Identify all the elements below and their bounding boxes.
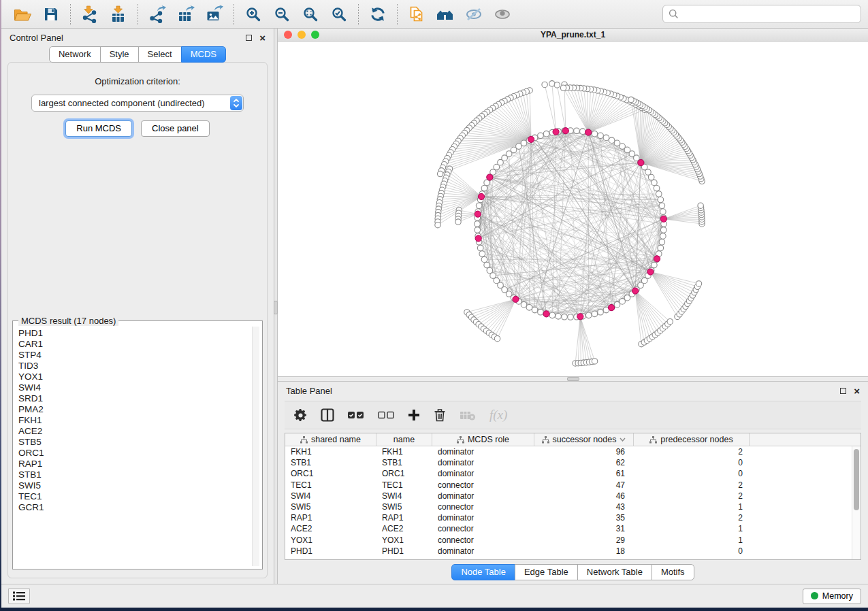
list-item[interactable]: STP4 xyxy=(18,350,248,361)
eye-slash-icon xyxy=(465,6,483,22)
float-panel-icon[interactable] xyxy=(246,35,252,41)
float-panel-icon[interactable] xyxy=(840,388,846,394)
namespace-icon xyxy=(300,436,308,444)
add-column-button[interactable] xyxy=(408,409,420,421)
table-settings-button[interactable] xyxy=(294,409,307,422)
open-file-button[interactable] xyxy=(8,2,37,27)
import-table-button[interactable] xyxy=(104,2,133,27)
table-cell: RAP1 xyxy=(285,513,376,523)
column-header-predecessor-nodes[interactable]: predecessor nodes xyxy=(634,433,750,446)
table-cell: 46 xyxy=(534,491,634,501)
list-item[interactable]: TID3 xyxy=(18,361,248,371)
export-image-button[interactable] xyxy=(200,2,229,27)
tab-edge-table[interactable]: Edge Table xyxy=(515,564,578,580)
tab-motifs[interactable]: Motifs xyxy=(652,564,694,580)
list-item[interactable]: PMA2 xyxy=(18,404,248,415)
table-cell: FKH1 xyxy=(285,447,376,457)
tab-mcds[interactable]: MCDS xyxy=(181,46,226,63)
zoom-in-button[interactable] xyxy=(239,2,268,27)
show-all-button[interactable] xyxy=(488,2,517,27)
list-item[interactable]: FKH1 xyxy=(18,415,248,426)
table-cell: 1 xyxy=(634,502,750,512)
list-item[interactable]: GCR1 xyxy=(18,502,248,513)
close-panel-button[interactable]: Close panel xyxy=(141,120,210,137)
delete-column-button[interactable] xyxy=(434,408,446,422)
node-table: shared name name MCDS role successor nod… xyxy=(285,433,861,560)
table-cell: connector xyxy=(432,535,534,545)
table-row[interactable]: PHD1PHD1dominator180 xyxy=(285,546,861,557)
tab-network[interactable]: Network xyxy=(49,46,101,63)
save-button[interactable] xyxy=(37,2,65,27)
table-cell: connector xyxy=(432,502,534,512)
tab-style[interactable]: Style xyxy=(100,46,139,63)
table-cell: dominator xyxy=(432,491,534,501)
zoom-out-button[interactable] xyxy=(268,2,296,27)
table-panel: Table Panel × f(x) xyxy=(278,382,868,584)
import-network-button[interactable] xyxy=(76,2,104,27)
criterion-select[interactable]: largest connected component (undirected) xyxy=(31,95,244,112)
table-row[interactable]: TEC1TEC1connector472 xyxy=(285,480,861,491)
column-header-successor-nodes[interactable]: successor nodes xyxy=(534,433,634,446)
list-item[interactable]: STB5 xyxy=(18,437,248,448)
export-network-button[interactable] xyxy=(143,2,172,27)
refresh-button[interactable] xyxy=(364,2,392,27)
splitter-grip[interactable] xyxy=(567,377,579,381)
list-item[interactable]: PHD1 xyxy=(18,328,248,339)
close-panel-icon[interactable]: × xyxy=(259,35,266,41)
clone-network-button[interactable] xyxy=(402,2,431,27)
network-graph[interactable] xyxy=(278,42,868,376)
run-mcds-button[interactable]: Run MCDS xyxy=(65,120,132,137)
table-row[interactable]: ACE2ACE2connector311 xyxy=(285,523,861,534)
tab-network-table[interactable]: Network Table xyxy=(577,564,652,580)
table-row[interactable]: SWI4SWI4dominator462 xyxy=(285,491,861,501)
table-toolbar: f(x) xyxy=(285,401,861,429)
criterion-selected-value: largest connected component (undirected) xyxy=(39,98,205,108)
list-icon xyxy=(13,591,25,601)
clear-selection-button[interactable] xyxy=(378,411,394,419)
column-header-shared-name[interactable]: shared name xyxy=(285,433,376,446)
gear-icon xyxy=(294,409,307,422)
show-columns-button[interactable] xyxy=(321,408,334,422)
list-item[interactable]: TEC1 xyxy=(18,491,248,502)
hide-selected-button[interactable] xyxy=(460,2,488,27)
toolbar-separator xyxy=(70,4,71,24)
mcds-result-list: PHD1CAR1STP4TID3YOX1SWI4SRD1PMA2FKH1ACE2… xyxy=(16,327,251,566)
export-network-icon xyxy=(148,5,166,23)
close-panel-icon[interactable]: × xyxy=(854,388,860,394)
table-scrollbar[interactable] xyxy=(852,446,861,559)
list-item[interactable]: SWI5 xyxy=(18,480,248,491)
memory-label: Memory xyxy=(822,591,853,601)
table-row[interactable]: STB1STB1dominator620 xyxy=(285,457,861,468)
network-canvas[interactable] xyxy=(278,42,868,376)
column-header-name[interactable]: name xyxy=(376,433,432,446)
table-row[interactable]: ORC1ORC1dominator610 xyxy=(285,468,861,479)
panel-splitter-horizontal xyxy=(278,376,868,382)
scrollbar-thumb[interactable] xyxy=(854,449,859,510)
tab-node-table[interactable]: Node Table xyxy=(451,564,515,580)
table-row[interactable]: FKH1FKH1dominator962 xyxy=(285,446,861,457)
list-item[interactable]: STB1 xyxy=(18,469,248,480)
list-item[interactable]: ACE2 xyxy=(18,426,248,437)
mcds-result-scrollbar[interactable] xyxy=(252,327,259,566)
list-item[interactable]: YOX1 xyxy=(18,371,248,382)
list-item[interactable]: RAP1 xyxy=(18,459,248,469)
tab-select[interactable]: Select xyxy=(138,46,182,63)
zoom-fit-button[interactable] xyxy=(296,2,325,27)
first-neighbors-button[interactable] xyxy=(431,2,460,27)
zoom-out-icon xyxy=(274,6,290,22)
list-item[interactable]: SRD1 xyxy=(18,393,248,404)
table-row[interactable]: YOX1YOX1connector291 xyxy=(285,535,861,546)
zoom-selected-button[interactable] xyxy=(325,2,353,27)
list-item[interactable]: SWI4 xyxy=(18,382,248,393)
column-header-mcds-role[interactable]: MCDS role xyxy=(432,433,534,446)
search-box[interactable] xyxy=(662,5,861,23)
table-row[interactable]: SWI5SWI5connector431 xyxy=(285,501,861,512)
list-item[interactable]: ORC1 xyxy=(18,448,248,459)
select-all-button[interactable] xyxy=(348,411,364,419)
table-row[interactable]: RAP1RAP1dominator352 xyxy=(285,512,861,523)
memory-button[interactable]: Memory xyxy=(803,589,861,604)
task-history-button[interactable] xyxy=(8,588,30,604)
list-item[interactable]: CAR1 xyxy=(18,339,248,350)
export-table-button[interactable] xyxy=(172,2,200,27)
search-input[interactable] xyxy=(682,9,855,19)
